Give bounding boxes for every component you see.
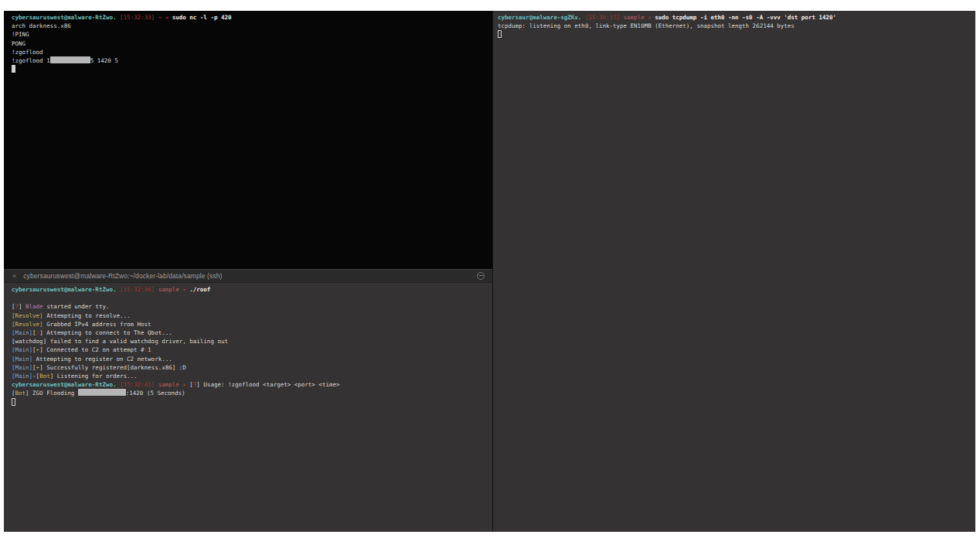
terminal-line: cybersauruswest@malware-RtZwo. [15:32:41… [12,380,489,389]
text-segment: [15:32:41] [120,381,155,388]
text-segment: [Resolve] [12,312,43,319]
text-segment: ] ZGO Flooding [26,390,78,397]
terminal-line: tcpdump: listening on eth0, link-type EN… [498,22,972,30]
redaction-box [50,56,90,63]
text-segment: [Main] [12,329,32,336]
text-segment: [15:32:36] [120,286,155,293]
text-segment: !zgoflood 1 [12,57,50,64]
close-icon[interactable]: × [12,272,16,280]
text-segment: ./roof [189,286,210,293]
terminal-line: [Main] Attempting to register on C2 netw… [12,355,489,363]
terminal-line: [Resolve] Grabbed IPv4 address from Host [12,320,489,329]
text-segment: Grabbed IPv4 address from Host [43,321,151,328]
terminal-window: cybersauruswest@malware-RtZwo. [15:32:33… [4,11,975,532]
text-segment: PONG [12,40,26,47]
redaction-box [78,389,126,396]
text-segment: sample [158,286,179,293]
text-segment: [15:32:33] [120,14,155,21]
text-segment: [Resolve] [12,321,43,328]
text-segment: Attempting to register on C2 network... [32,356,172,363]
text-segment: cybersauruswest@malware-RtZwo. [12,286,116,293]
text-segment: [Main] [12,373,32,380]
text-segment: 5 1420 5 [90,57,118,64]
terminal-line: [Main][+] Connected to C2 on attempt #:1 [12,346,489,354]
terminal-line [12,294,489,302]
text-segment: sample [158,381,179,388]
text-segment: !zgoflood [12,49,43,56]
text-segment: Blade [26,303,43,310]
text-segment: ] Listening for orders... [50,373,138,380]
terminal-line: [Main][+] Successfully registered[darkne… [12,363,489,372]
tab-title: cybersauruswest@malware-RtZwo:~/docker-l… [23,272,222,280]
text-segment: cybersauruswest@malware-RtZwo. [12,14,116,21]
text-segment: cybersaur@malware-sgZKx. [498,14,581,21]
terminal-line [12,398,489,407]
tab-bar: × cybersauruswest@malware-RtZwo:~/docker… [4,269,492,283]
text-segment: :1420 (5 Seconds) [126,390,185,397]
text-segment: Bot [39,373,50,380]
terminal-line: [Resolve] Attempting to resolve... [12,312,489,320]
pane-tcpdump[interactable]: cybersaur@malware-sgZKx. [15:30:15] samp… [493,11,975,532]
pane-bot-session[interactable]: cybersauruswest@malware-RtZwo. [15:32:36… [4,283,492,532]
terminal-line: !PING [12,30,489,39]
minimize-icon[interactable] [477,272,485,280]
terminal-line [498,30,972,39]
text-segment: -[ [32,373,39,380]
right-column: cybersaur@malware-sgZKx. [15:30:15] samp… [493,11,975,532]
terminal-cursor [12,398,15,406]
text-segment: ] [19,303,26,310]
text-segment: [Main] [12,356,32,363]
pane-netcat-listener[interactable]: cybersauruswest@malware-RtZwo. [15:32:33… [4,11,492,269]
text-segment: 1 [148,346,151,353]
text-segment: [Main] [12,364,32,371]
terminal-line: cybersauruswest@malware-RtZwo. [15:32:33… [12,13,489,22]
terminal-line: [Main]-[Bot] Listening for orders... [12,372,489,380]
terminal-line [12,65,489,73]
text-segment: [watchdog] failed to find a valid watchd… [12,338,228,345]
text-segment: [15:30:15] [585,14,620,21]
terminal-line: PONG [12,39,489,48]
terminal-line: cybersauruswest@malware-RtZwo. [15:32:36… [12,285,489,294]
terminal-line: [?] Blade started under tty. [12,302,489,311]
text-segment: Attempting to resolve... [43,312,131,319]
terminal-line: [Main][:] Attempting to connect to The Q… [12,329,489,337]
terminal-line: arch darkness.x86 [12,22,489,30]
terminal-line: !zgoflood 15 1420 5 [12,56,489,65]
terminal-line: [Bot] ZGO Flooding :1420 (5 Seconds) [12,389,489,397]
left-column: cybersauruswest@malware-RtZwo. [15:32:33… [4,11,493,532]
terminal-cursor [12,65,15,73]
text-segment: !PING [12,31,29,38]
text-segment: Bot [15,390,26,397]
terminal-line: [watchdog] failed to find a valid watchd… [12,337,489,346]
terminal-line: cybersaur@malware-sgZKx. [15:30:15] samp… [498,13,972,22]
text-segment: sudo nc -l -p 420 [172,14,232,21]
text-segment: [Main] [12,346,32,353]
text-segment: started under tty. [43,303,110,310]
terminal-line: !zgoflood [12,48,489,56]
text-segment: arch darkness.x86 [12,22,71,29]
text-segment: ] Attempting to connect to The Qbot... [39,329,172,336]
text-segment: cybersauruswest@malware-RtZwo. [12,381,116,388]
text-segment: ] Successfully registered[darkness.x86] … [39,364,186,371]
text-segment: ] Connected to C2 on attempt # [39,346,144,353]
text-segment: sudo tcpdump -i eth0 -nn -s0 -A -vvv 'ds… [655,14,836,21]
text-segment: ] Usage: !zgoflood <target> <port> <time… [196,381,339,388]
text-segment: sample [624,14,645,21]
text-segment: tcpdump: listening on eth0, link-type EN… [498,22,795,29]
terminal-cursor [498,30,502,38]
